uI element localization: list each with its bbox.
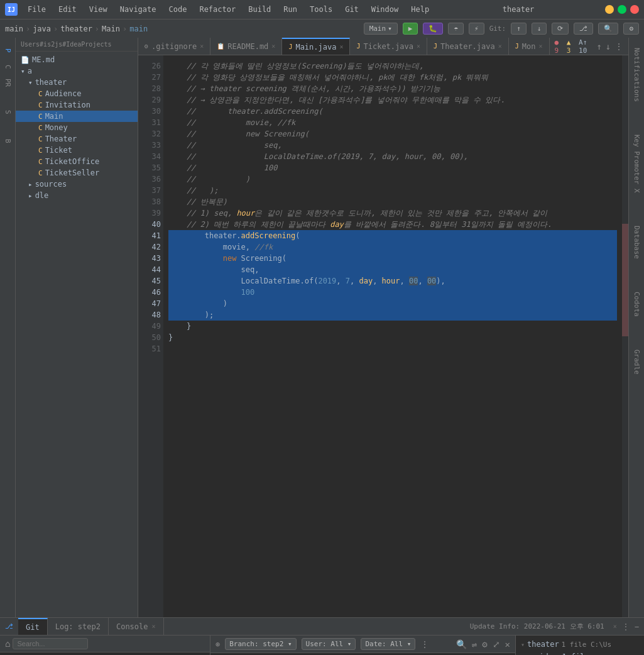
git-branches-button[interactable]: ⎇ (574, 23, 593, 35)
tree-item-theater-class[interactable]: C Theater (16, 133, 138, 145)
menu-refactor[interactable]: Refactor (197, 4, 238, 15)
database-icon[interactable]: Database (631, 221, 642, 264)
tree-label-sources: sources (35, 180, 67, 189)
breadcrumb-mainmethod[interactable]: main (129, 25, 148, 33)
pullrequest-icon[interactable]: PR (0, 75, 15, 91)
user-filter-label: User: All (306, 640, 344, 648)
breadcrumb-theater[interactable]: theater (60, 25, 92, 33)
minimize-button[interactable]: − (605, 5, 614, 14)
update-info-label: Update Info: 2022-06-21 오후 6:01 (470, 622, 604, 631)
breadcrumb-java[interactable]: java (33, 25, 51, 33)
tab-gitignore-close[interactable]: × (200, 43, 204, 50)
user-filter[interactable]: User: All ▾ (302, 638, 356, 650)
tab-readme[interactable]: 📋 README.md × (210, 38, 282, 55)
git-push-button[interactable]: ↑ (511, 23, 527, 35)
menu-file[interactable]: File (25, 4, 48, 15)
tree-item-money[interactable]: C Money (16, 122, 138, 133)
more-tabs-icon[interactable]: ⋮ (614, 41, 623, 52)
notifications-icon[interactable]: Notifications (631, 43, 642, 107)
tab-git-bottom[interactable]: Git (18, 618, 48, 635)
settings-gear-button[interactable]: ⚙ (623, 23, 639, 35)
breadcrumb-main[interactable]: main (5, 25, 23, 33)
tab-log-step2[interactable]: Log: step2 (48, 618, 109, 635)
git-toolbar: ⌂ (0, 636, 210, 652)
tab-ticket-java[interactable]: J Ticket.java × (350, 38, 427, 55)
settings-icon[interactable]: ⚙ (482, 639, 487, 649)
nav-up-icon[interactable]: ↑ (596, 41, 601, 52)
close-button[interactable]: × (630, 5, 639, 14)
tree-item-audience[interactable]: C Audience (16, 88, 138, 99)
git-icon[interactable]: ⎇ (5, 622, 13, 630)
debug-button[interactable]: 🐛 (423, 23, 443, 35)
coverage-button[interactable]: ☂ (448, 23, 464, 35)
git-search-input[interactable] (13, 638, 88, 649)
menu-run[interactable]: Run (281, 4, 300, 15)
tab-console[interactable]: Console × (109, 618, 164, 635)
tree-item-a[interactable]: ▾ a (16, 65, 138, 77)
menu-navigate[interactable]: Navigate (117, 4, 159, 15)
tree-item-main[interactable]: C Main (16, 111, 138, 122)
tree-item-theater[interactable]: ▾ theater (16, 77, 138, 88)
tree-item-memd[interactable]: 📄 ME.md (16, 54, 138, 65)
branch-filter[interactable]: Branch: step2 ▾ (225, 638, 296, 650)
codota-icon[interactable]: Codota (631, 287, 642, 322)
breadcrumb-mainclass[interactable]: Main (102, 25, 120, 33)
expand-commits-icon[interactable]: ⤢ (493, 639, 500, 649)
git-home-icon[interactable]: ⌂ (5, 639, 10, 649)
structure-icon[interactable]: S (0, 104, 15, 119)
menu-code[interactable]: Code (166, 4, 190, 15)
tab-mon-label: Mon (522, 42, 536, 51)
rp-idea-item[interactable]: ▾ .idea 1 file (516, 651, 644, 655)
diff-icon[interactable]: ⇌ (472, 639, 477, 649)
menu-git[interactable]: Git (342, 4, 361, 15)
tab-theater-java[interactable]: J Theater.java × (427, 38, 509, 55)
class-icon-ticketoffice: C (38, 158, 43, 166)
config-selector[interactable]: Main ▾ (364, 23, 398, 35)
tab-main-java[interactable]: J Main.java × (282, 38, 350, 55)
menu-tools[interactable]: Tools (307, 4, 335, 15)
menu-edit[interactable]: Edit (56, 4, 79, 15)
tab-mon[interactable]: J Mon × (509, 38, 550, 55)
nav-down-icon[interactable]: ↓ (606, 41, 611, 52)
menu-help[interactable]: Help (408, 4, 432, 15)
tree-item-sources[interactable]: ▸ sources (16, 179, 138, 190)
run-button[interactable]: ▶ (403, 23, 418, 35)
gradle-icon[interactable]: Gradle (631, 344, 642, 380)
tab-theaterjava-close[interactable]: × (498, 43, 502, 50)
filter-more-icon[interactable]: ⋮ (420, 639, 429, 649)
bottom-panel-more-icon[interactable]: ⋮ (622, 622, 630, 631)
date-filter[interactable]: Date: All ▾ (361, 638, 415, 650)
tab-ticketjava-close[interactable]: × (417, 43, 420, 50)
git-pull-button[interactable]: ↓ (532, 23, 547, 35)
tree-item-invitation[interactable]: C Invitation (16, 99, 138, 111)
search-button[interactable]: 🔍 (598, 23, 618, 35)
tree-item-ticket[interactable]: C Ticket (16, 145, 138, 156)
tree-item-ticketoffice[interactable]: C TicketOffice (16, 156, 138, 167)
tree-item-ticketseller[interactable]: C TicketSeller (16, 167, 138, 179)
bottom-panel-minimize-icon[interactable]: − (635, 622, 639, 631)
tab-theaterjava-icon: J (434, 43, 437, 50)
tree-item-dle[interactable]: ▸ dle (16, 190, 138, 201)
git-history-button[interactable]: ⟳ (552, 23, 569, 35)
project-icon[interactable]: P (0, 43, 15, 58)
maximize-button[interactable]: + (618, 5, 626, 14)
tab-console-close-icon[interactable]: × (152, 623, 156, 630)
tab-mainjava-close[interactable]: × (339, 43, 343, 50)
code-editor[interactable]: // 각 영화들에 딸린 상영정보(Screening)들도 넣어줘야하는데, … (163, 55, 622, 617)
menu-view[interactable]: View (87, 4, 110, 15)
rp-theater-item[interactable]: ▾ theater 1 file C:\Us (516, 638, 644, 651)
tab-readme-close[interactable]: × (271, 43, 275, 50)
commit-icon[interactable]: C (0, 59, 15, 74)
tab-gitignore[interactable]: ⚙ .gitignore × (138, 38, 210, 55)
search-commits-icon[interactable]: 🔍 (456, 639, 467, 649)
bookmarks-icon[interactable]: B (0, 133, 15, 148)
editor-content[interactable]: 26 27 28 29 30 31 32 33 34 35 36 37 38 3… (138, 55, 628, 617)
close-commits-icon[interactable]: ✕ (505, 639, 510, 649)
key-promoter-icon[interactable]: Key Promoter X (631, 129, 642, 198)
update-info-close-icon[interactable]: × (613, 623, 617, 630)
menu-window[interactable]: Window (369, 4, 401, 15)
tab-mon-close[interactable]: × (539, 43, 543, 50)
profile-button[interactable]: ⚡ (469, 23, 484, 35)
menu-build[interactable]: Build (246, 4, 273, 15)
folder-icon-dle: ▸ (28, 192, 33, 200)
